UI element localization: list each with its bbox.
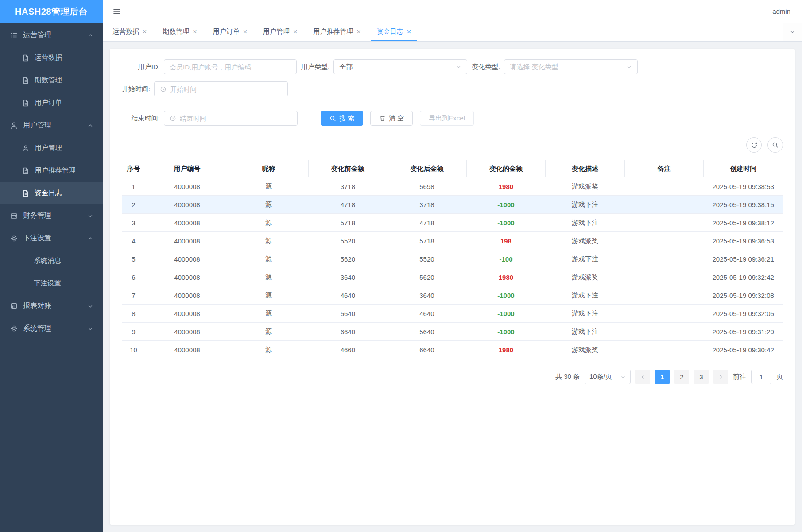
cell: 2025-05-19 09:38:12 bbox=[704, 214, 783, 232]
cell: 游戏派奖 bbox=[546, 177, 625, 196]
tab-operation-data[interactable]: 运营数据 × bbox=[106, 23, 153, 41]
cell: 2025-05-19 09:32:08 bbox=[704, 286, 783, 305]
tab-user-orders[interactable]: 用户订单 × bbox=[207, 23, 253, 41]
cell: 6 bbox=[122, 268, 145, 286]
close-icon[interactable]: × bbox=[293, 28, 297, 35]
close-icon[interactable]: × bbox=[356, 28, 360, 35]
sidebar-group-bet-settings[interactable]: 下注设置 bbox=[0, 227, 103, 250]
sidebar-toggle-button[interactable] bbox=[110, 4, 124, 19]
close-icon[interactable]: × bbox=[193, 28, 197, 35]
chevron-down-icon bbox=[620, 374, 626, 380]
cell: 4000008 bbox=[145, 286, 229, 305]
topbar: admin bbox=[103, 0, 802, 23]
sidebar-group-operation-mgmt[interactable]: 运营管理 bbox=[0, 24, 103, 46]
tab-user-referral-mgmt[interactable]: 用户推荐管理 × bbox=[307, 23, 367, 41]
close-icon[interactable]: × bbox=[407, 28, 411, 35]
sidebar-item-operation-data[interactable]: 运营数据 bbox=[0, 46, 103, 69]
sidebar-item-user-referral-mgmt[interactable]: 用户推荐管理 bbox=[0, 159, 103, 182]
select-placeholder: 请选择 变化类型 bbox=[510, 63, 558, 71]
user-type-select[interactable]: 全部 bbox=[333, 59, 467, 74]
tab-overflow-button[interactable] bbox=[783, 23, 802, 41]
refresh-button[interactable] bbox=[746, 137, 762, 153]
cell: 2025-05-19 09:32:42 bbox=[704, 268, 783, 286]
user-id-input-wrap bbox=[164, 59, 297, 74]
search-icon bbox=[329, 115, 336, 122]
prev-page-button[interactable] bbox=[635, 370, 650, 384]
sidebar-item-user-mgmt[interactable]: 用户管理 bbox=[0, 137, 103, 159]
cell: 源 bbox=[229, 214, 309, 232]
page-button[interactable]: 3 bbox=[694, 370, 709, 384]
change-type-label: 变化类型: bbox=[472, 63, 500, 71]
chevron-down-icon bbox=[790, 29, 795, 35]
close-icon[interactable]: × bbox=[143, 28, 147, 35]
export-excel-button[interactable]: 导出到Excel bbox=[420, 111, 474, 126]
chevron-up-icon bbox=[88, 123, 93, 128]
chevron-down-icon bbox=[88, 326, 93, 332]
cell: 5718 bbox=[308, 214, 387, 232]
page-size-value: 10条/页 bbox=[589, 373, 612, 381]
menu-label: 财务管理 bbox=[23, 211, 51, 220]
table-header-row: 序号 用户编号 昵称 变化前金额 变化后金额 变化的金额 变化描述 备注 创建时… bbox=[122, 160, 783, 177]
next-page-button[interactable] bbox=[713, 370, 728, 384]
end-time-input[interactable] bbox=[180, 115, 292, 122]
chevron-down-icon bbox=[88, 304, 93, 309]
user-id-input[interactable] bbox=[170, 63, 291, 71]
close-icon[interactable]: × bbox=[243, 28, 247, 35]
tab-user-mgmt[interactable]: 用户管理 × bbox=[257, 23, 303, 41]
cell: 4000008 bbox=[145, 250, 229, 268]
sidebar-group-system-mgmt[interactable]: 系统管理 bbox=[0, 317, 103, 340]
user-icon bbox=[10, 122, 18, 129]
change-type-select[interactable]: 请选择 变化类型 bbox=[504, 59, 638, 74]
cell: 6640 bbox=[308, 323, 387, 341]
table-row: 6 4000008 源 3640 5620 1980 游戏派奖 2025-05-… bbox=[122, 268, 783, 286]
cell: 游戏下注 bbox=[546, 286, 625, 305]
cell: 游戏下注 bbox=[546, 305, 625, 323]
tab-label: 用户订单 bbox=[213, 27, 240, 36]
user-id-filter: 用户ID: bbox=[122, 59, 297, 74]
cell: 4000008 bbox=[145, 323, 229, 341]
page-button[interactable]: 2 bbox=[674, 370, 689, 384]
start-time-input[interactable] bbox=[170, 85, 282, 93]
clear-button[interactable]: 清 空 bbox=[370, 111, 413, 126]
cell-change: 1980 bbox=[466, 268, 546, 286]
sidebar-group-report-reconciliation[interactable]: 报表对账 bbox=[0, 295, 103, 317]
goto-page-input[interactable] bbox=[751, 370, 771, 384]
document-icon bbox=[21, 167, 30, 174]
table-row: 5 4000008 源 5620 5520 -100 游戏下注 2025-05-… bbox=[122, 250, 783, 268]
cell-change: -100 bbox=[466, 250, 546, 268]
sidebar-item-user-orders[interactable]: 用户订单 bbox=[0, 92, 103, 114]
table-row: 3 4000008 源 5718 4718 -1000 游戏下注 2025-05… bbox=[122, 214, 783, 232]
table-row: 9 4000008 源 6640 5640 -1000 游戏下注 2025-05… bbox=[122, 323, 783, 341]
tab-funds-log[interactable]: 资金日志 × bbox=[371, 23, 417, 41]
end-time-label: 结束时间: bbox=[122, 114, 160, 123]
menu-label: 期数管理 bbox=[35, 76, 62, 85]
tab-period-mgmt[interactable]: 期数管理 × bbox=[156, 23, 203, 41]
cell-change: -1000 bbox=[466, 286, 546, 305]
menu-label: 报表对账 bbox=[23, 301, 51, 311]
sidebar-item-period-mgmt[interactable]: 期数管理 bbox=[0, 69, 103, 92]
sidebar-item-bet-settings[interactable]: 下注设置 bbox=[0, 272, 103, 295]
search-button[interactable]: 搜 索 bbox=[321, 111, 363, 126]
menu-label: 下注设置 bbox=[23, 234, 51, 243]
cell: 游戏派奖 bbox=[546, 341, 625, 359]
tab-label: 期数管理 bbox=[163, 27, 189, 36]
cell: 2025-05-19 09:31:29 bbox=[704, 323, 783, 341]
cell bbox=[624, 196, 704, 214]
sidebar-group-finance-mgmt[interactable]: 财务管理 bbox=[0, 204, 103, 227]
sidebar-item-system-messages[interactable]: 系统消息 bbox=[0, 250, 103, 272]
sidebar-item-funds-log[interactable]: 资金日志 bbox=[0, 182, 103, 204]
cell: 5 bbox=[122, 250, 145, 268]
page-button[interactable]: 1 bbox=[655, 370, 670, 384]
sidebar-group-user-mgmt[interactable]: 用户管理 bbox=[0, 114, 103, 137]
start-time-label: 开始时间: bbox=[122, 85, 150, 93]
tab-label: 运营数据 bbox=[112, 27, 139, 36]
cell: 源 bbox=[229, 232, 309, 250]
wallet-icon bbox=[10, 212, 18, 220]
cell: 4000008 bbox=[145, 341, 229, 359]
username[interactable]: admin bbox=[772, 8, 790, 15]
page-size-select[interactable]: 10条/页 bbox=[585, 370, 631, 384]
trash-icon bbox=[379, 115, 386, 122]
search-toggle-button[interactable] bbox=[767, 137, 783, 153]
pagination: 共 30 条 10条/页 1 2 3 前往 页 bbox=[122, 370, 783, 384]
cell: 2025-05-19 09:30:42 bbox=[704, 341, 783, 359]
